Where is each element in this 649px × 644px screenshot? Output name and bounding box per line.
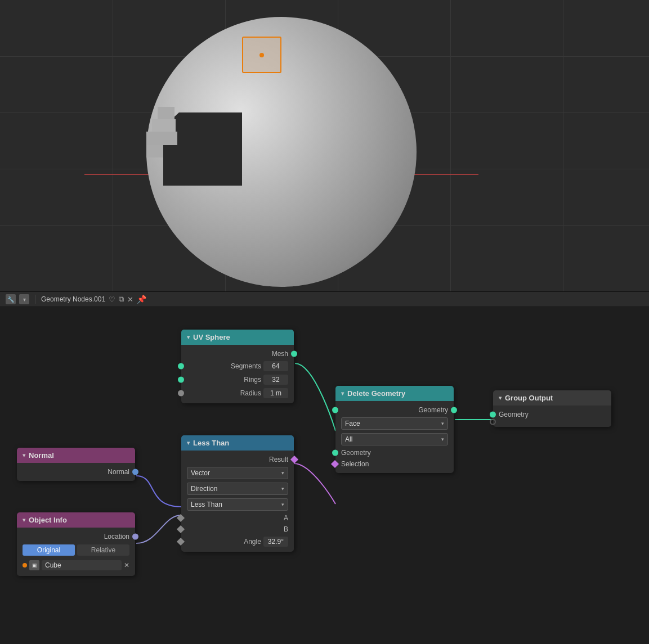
transform-space-row: Original Relative (17, 542, 135, 558)
node-groupoutput-header: ▾ Group Output (493, 390, 611, 406)
collapse-arrow[interactable]: ▾ (341, 390, 344, 397)
node-normal-header: ▾ Normal (17, 448, 135, 463)
face-row[interactable]: Face ▾ (335, 416, 454, 431)
stair (146, 145, 163, 157)
viewport[interactable] (0, 0, 649, 291)
node-deletegeom-body: Geometry Face ▾ All ▾ Geom (335, 401, 454, 473)
node-deletegeometry[interactable]: ▾ Delete Geometry Geometry Face ▾ All (335, 386, 454, 473)
node-uvsphere[interactable]: ▾ UV Sphere Mesh Segments 64 Rings 32 (181, 330, 294, 403)
b-label: B (187, 525, 288, 533)
angle-label: Angle (187, 538, 261, 546)
collapse-arrow[interactable]: ▾ (23, 517, 25, 523)
node-objectinfo-header: ▾ Object Info (17, 512, 135, 528)
original-button[interactable]: Original (23, 544, 75, 556)
pin-icon[interactable]: 📌 (137, 295, 146, 304)
dropdown-arrow: ▾ (441, 421, 444, 426)
node-groupoutput-body: Geometry (493, 406, 611, 427)
face-dropdown[interactable]: Face ▾ (341, 417, 448, 430)
radius-value[interactable]: 1 m (263, 388, 288, 398)
normal-output-socket[interactable] (132, 469, 138, 475)
a-input-socket[interactable] (177, 514, 185, 522)
modifier-icon[interactable]: 🔧 (6, 294, 16, 304)
node-lessthan[interactable]: ▾ Less Than Result Vector ▾ Direction ▾ (181, 435, 294, 552)
result-output-socket[interactable] (290, 456, 298, 463)
vector-dropdown[interactable]: Vector ▾ (187, 467, 288, 479)
mesh-output-row: Mesh (181, 348, 294, 359)
rings-label: Rings (187, 376, 261, 384)
empty-socket[interactable] (490, 419, 496, 425)
location-label: Location (23, 533, 129, 541)
object-clear-button[interactable]: ✕ (124, 561, 129, 569)
dropdown-icon[interactable]: ▾ (19, 294, 29, 304)
object-selector-row: ▣ Cube ✕ (17, 558, 135, 573)
geometry-input-socket[interactable] (490, 412, 496, 418)
geometry-in-socket[interactable] (332, 407, 338, 413)
object-icon: ▣ (29, 560, 39, 570)
empty-socket-row (493, 420, 611, 424)
node-objectinfo[interactable]: ▾ Object Info Location Original Relative… (17, 512, 135, 576)
vector-dropdown-label: Vector (191, 469, 210, 477)
node-title: Normal (29, 451, 54, 460)
node-title: Group Output (505, 394, 553, 402)
segments-value[interactable]: 64 (263, 361, 288, 371)
lessthan-mode-dropdown[interactable]: Less Than ▾ (187, 498, 288, 511)
geom-out-row: Geometry (335, 447, 454, 458)
rings-input-socket[interactable] (178, 377, 184, 383)
grid-line (113, 0, 113, 291)
b-input-socket[interactable] (177, 525, 185, 533)
lessthan-dropdown-label: Less Than (191, 501, 222, 508)
selected-cube[interactable] (242, 37, 281, 73)
object-origin (259, 53, 264, 57)
radius-label: Radius (187, 389, 261, 397)
geom-out-left-socket[interactable] (332, 450, 338, 456)
node-normal[interactable]: ▾ Normal Normal (17, 448, 135, 481)
node-deletegeom-header: ▾ Delete Geometry (335, 386, 454, 401)
result-label: Result (187, 456, 288, 463)
node-title: Delete Geometry (347, 389, 405, 398)
all-row[interactable]: All ▾ (335, 431, 454, 447)
node-editor[interactable]: ▾ UV Sphere Mesh Segments 64 Rings 32 (0, 307, 649, 644)
segments-input-socket[interactable] (178, 363, 184, 370)
rings-row: Rings 32 (181, 373, 294, 386)
grid-line (450, 0, 451, 291)
b-row: B (181, 524, 294, 535)
node-objectinfo-body: Location Original Relative ▣ Cube ✕ (17, 528, 135, 576)
node-normal-body: Normal (17, 463, 135, 481)
object-name[interactable]: Cube (42, 560, 122, 570)
object-color-dot (23, 563, 27, 568)
collapse-arrow[interactable]: ▾ (187, 334, 190, 340)
radius-row: Radius 1 m (181, 386, 294, 400)
collapse-arrow[interactable]: ▾ (499, 395, 502, 401)
dropdown-arrow: ▾ (441, 436, 444, 442)
result-row: Result (181, 454, 294, 465)
angle-value[interactable]: 32.9° (263, 537, 288, 547)
rings-value[interactable]: 32 (263, 375, 288, 385)
face-label: Face (345, 420, 360, 427)
angle-input-socket[interactable] (177, 538, 185, 546)
geometry-out-socket[interactable] (451, 407, 457, 413)
selection-label: Selection (341, 460, 448, 468)
direction-row[interactable]: Direction ▾ (181, 481, 294, 497)
collapse-arrow[interactable]: ▾ (23, 452, 25, 458)
location-socket[interactable] (132, 534, 138, 540)
lessthan-mode-row[interactable]: Less Than ▾ (181, 497, 294, 512)
heart-icon[interactable]: ♡ (109, 295, 115, 304)
copy-icon[interactable]: ⧉ (119, 295, 124, 304)
node-groupoutput[interactable]: ▾ Group Output Geometry (493, 390, 611, 427)
close-icon[interactable]: ✕ (127, 295, 133, 304)
geometry-label: Geometry (499, 411, 606, 418)
mesh-label: Mesh (187, 350, 288, 358)
selection-socket[interactable] (331, 460, 339, 468)
node-editor-toolbar: 🔧 ▾ Geometry Nodes.001 ♡ ⧉ ✕ 📌 (0, 291, 649, 307)
mesh-output-socket[interactable] (291, 351, 297, 357)
direction-dropdown[interactable]: Direction ▾ (187, 483, 288, 495)
relative-button[interactable]: Relative (77, 544, 129, 556)
vector-row[interactable]: Vector ▾ (181, 465, 294, 481)
dropdown-arrow: ▾ (281, 470, 284, 476)
node-lessthan-body: Result Vector ▾ Direction ▾ Less (181, 451, 294, 552)
all-dropdown[interactable]: All ▾ (341, 433, 448, 445)
collapse-arrow[interactable]: ▾ (187, 440, 190, 446)
radius-input-socket[interactable] (178, 390, 184, 397)
geometry-input-row: Geometry (493, 409, 611, 420)
node-title: Object Info (29, 516, 67, 524)
